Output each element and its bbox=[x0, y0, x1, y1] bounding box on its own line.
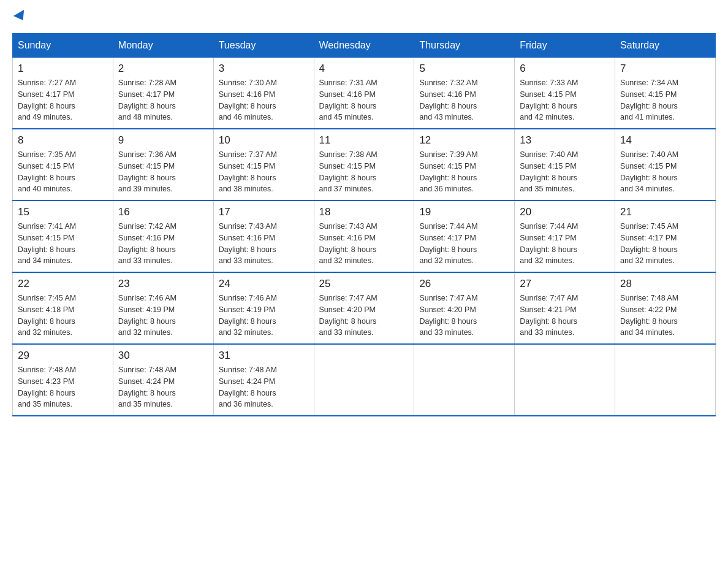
day-number: 15 bbox=[18, 206, 108, 218]
day-number: 11 bbox=[319, 134, 409, 147]
calendar-day-cell: 28Sunrise: 7:48 AM Sunset: 4:22 PM Dayli… bbox=[615, 272, 716, 344]
day-info: Sunrise: 7:43 AM Sunset: 4:16 PM Dayligh… bbox=[219, 221, 309, 267]
calendar-day-cell: 9Sunrise: 7:36 AM Sunset: 4:15 PM Daylig… bbox=[113, 129, 213, 201]
page-header bbox=[12, 12, 716, 21]
day-number: 9 bbox=[118, 134, 208, 147]
calendar-day-cell: 23Sunrise: 7:46 AM Sunset: 4:19 PM Dayli… bbox=[113, 272, 213, 344]
day-info: Sunrise: 7:44 AM Sunset: 4:17 PM Dayligh… bbox=[419, 221, 509, 267]
day-info: Sunrise: 7:34 AM Sunset: 4:15 PM Dayligh… bbox=[620, 77, 710, 123]
day-number: 3 bbox=[219, 63, 309, 75]
calendar-day-cell: 10Sunrise: 7:37 AM Sunset: 4:15 PM Dayli… bbox=[213, 129, 314, 201]
calendar-day-cell: 22Sunrise: 7:45 AM Sunset: 4:18 PM Dayli… bbox=[13, 272, 113, 344]
day-info: Sunrise: 7:48 AM Sunset: 4:24 PM Dayligh… bbox=[219, 364, 309, 410]
day-of-week-header: Monday bbox=[113, 34, 213, 58]
day-number: 28 bbox=[620, 278, 710, 290]
logo bbox=[12, 12, 27, 21]
day-of-week-header: Sunday bbox=[13, 34, 113, 58]
day-info: Sunrise: 7:37 AM Sunset: 4:15 PM Dayligh… bbox=[219, 149, 309, 195]
day-number: 26 bbox=[419, 278, 509, 290]
day-info: Sunrise: 7:47 AM Sunset: 4:20 PM Dayligh… bbox=[319, 293, 409, 339]
calendar-week-row: 29Sunrise: 7:48 AM Sunset: 4:23 PM Dayli… bbox=[13, 344, 716, 416]
calendar-day-cell: 20Sunrise: 7:44 AM Sunset: 4:17 PM Dayli… bbox=[515, 201, 615, 272]
day-info: Sunrise: 7:40 AM Sunset: 4:15 PM Dayligh… bbox=[620, 149, 710, 195]
day-info: Sunrise: 7:36 AM Sunset: 4:15 PM Dayligh… bbox=[118, 149, 208, 195]
calendar-day-cell: 4Sunrise: 7:31 AM Sunset: 4:16 PM Daylig… bbox=[314, 58, 414, 129]
calendar-day-cell: 25Sunrise: 7:47 AM Sunset: 4:20 PM Dayli… bbox=[314, 272, 414, 344]
calendar-day-cell: 26Sunrise: 7:47 AM Sunset: 4:20 PM Dayli… bbox=[414, 272, 515, 344]
day-number: 17 bbox=[219, 206, 309, 218]
calendar-day-cell: 5Sunrise: 7:32 AM Sunset: 4:16 PM Daylig… bbox=[414, 58, 515, 129]
day-number: 21 bbox=[620, 206, 710, 218]
day-info: Sunrise: 7:46 AM Sunset: 4:19 PM Dayligh… bbox=[219, 293, 309, 339]
calendar-day-cell bbox=[615, 344, 716, 416]
calendar-day-cell: 8Sunrise: 7:35 AM Sunset: 4:15 PM Daylig… bbox=[13, 129, 113, 201]
day-info: Sunrise: 7:38 AM Sunset: 4:15 PM Dayligh… bbox=[319, 149, 409, 195]
day-number: 29 bbox=[18, 350, 108, 362]
calendar-day-cell: 30Sunrise: 7:48 AM Sunset: 4:24 PM Dayli… bbox=[113, 344, 213, 416]
day-number: 12 bbox=[419, 134, 509, 147]
day-number: 25 bbox=[319, 278, 409, 290]
day-number: 19 bbox=[419, 206, 509, 218]
calendar-day-cell: 21Sunrise: 7:45 AM Sunset: 4:17 PM Dayli… bbox=[615, 201, 716, 272]
day-info: Sunrise: 7:30 AM Sunset: 4:16 PM Dayligh… bbox=[219, 77, 309, 123]
day-info: Sunrise: 7:33 AM Sunset: 4:15 PM Dayligh… bbox=[520, 77, 610, 123]
day-number: 5 bbox=[419, 63, 509, 75]
day-info: Sunrise: 7:45 AM Sunset: 4:18 PM Dayligh… bbox=[18, 293, 108, 339]
calendar-header: SundayMondayTuesdayWednesdayThursdayFrid… bbox=[13, 34, 716, 58]
day-info: Sunrise: 7:47 AM Sunset: 4:20 PM Dayligh… bbox=[419, 293, 509, 339]
day-of-week-header: Tuesday bbox=[213, 34, 314, 58]
calendar-day-cell: 11Sunrise: 7:38 AM Sunset: 4:15 PM Dayli… bbox=[314, 129, 414, 201]
day-number: 1 bbox=[18, 63, 108, 75]
calendar-day-cell: 3Sunrise: 7:30 AM Sunset: 4:16 PM Daylig… bbox=[213, 58, 314, 129]
day-info: Sunrise: 7:48 AM Sunset: 4:24 PM Dayligh… bbox=[118, 364, 208, 410]
day-info: Sunrise: 7:46 AM Sunset: 4:19 PM Dayligh… bbox=[118, 293, 208, 339]
calendar-day-cell bbox=[515, 344, 615, 416]
day-info: Sunrise: 7:48 AM Sunset: 4:23 PM Dayligh… bbox=[18, 364, 108, 410]
calendar-week-row: 1Sunrise: 7:27 AM Sunset: 4:17 PM Daylig… bbox=[13, 58, 716, 129]
day-number: 7 bbox=[620, 63, 710, 75]
day-of-week-header: Wednesday bbox=[314, 34, 414, 58]
calendar-body: 1Sunrise: 7:27 AM Sunset: 4:17 PM Daylig… bbox=[13, 58, 716, 416]
calendar-table: SundayMondayTuesdayWednesdayThursdayFrid… bbox=[12, 33, 716, 416]
day-info: Sunrise: 7:27 AM Sunset: 4:17 PM Dayligh… bbox=[18, 77, 108, 123]
day-info: Sunrise: 7:48 AM Sunset: 4:22 PM Dayligh… bbox=[620, 293, 710, 339]
day-number: 18 bbox=[319, 206, 409, 218]
calendar-day-cell: 7Sunrise: 7:34 AM Sunset: 4:15 PM Daylig… bbox=[615, 58, 716, 129]
day-number: 22 bbox=[18, 278, 108, 290]
calendar-day-cell: 6Sunrise: 7:33 AM Sunset: 4:15 PM Daylig… bbox=[515, 58, 615, 129]
day-number: 27 bbox=[520, 278, 610, 290]
day-of-week-header: Saturday bbox=[615, 34, 716, 58]
calendar-day-cell: 19Sunrise: 7:44 AM Sunset: 4:17 PM Dayli… bbox=[414, 201, 515, 272]
day-number: 31 bbox=[219, 350, 309, 362]
day-number: 14 bbox=[620, 134, 710, 147]
day-info: Sunrise: 7:28 AM Sunset: 4:17 PM Dayligh… bbox=[118, 77, 208, 123]
day-info: Sunrise: 7:42 AM Sunset: 4:16 PM Dayligh… bbox=[118, 221, 208, 267]
calendar-day-cell: 17Sunrise: 7:43 AM Sunset: 4:16 PM Dayli… bbox=[213, 201, 314, 272]
day-info: Sunrise: 7:41 AM Sunset: 4:15 PM Dayligh… bbox=[18, 221, 108, 267]
day-of-week-header: Thursday bbox=[414, 34, 515, 58]
calendar-day-cell: 18Sunrise: 7:43 AM Sunset: 4:16 PM Dayli… bbox=[314, 201, 414, 272]
calendar-day-cell: 31Sunrise: 7:48 AM Sunset: 4:24 PM Dayli… bbox=[213, 344, 314, 416]
calendar-day-cell: 15Sunrise: 7:41 AM Sunset: 4:15 PM Dayli… bbox=[13, 201, 113, 272]
day-info: Sunrise: 7:45 AM Sunset: 4:17 PM Dayligh… bbox=[620, 221, 710, 267]
calendar-day-cell bbox=[314, 344, 414, 416]
day-info: Sunrise: 7:43 AM Sunset: 4:16 PM Dayligh… bbox=[319, 221, 409, 267]
day-number: 4 bbox=[319, 63, 409, 75]
day-info: Sunrise: 7:32 AM Sunset: 4:16 PM Dayligh… bbox=[419, 77, 509, 123]
calendar-day-cell: 2Sunrise: 7:28 AM Sunset: 4:17 PM Daylig… bbox=[113, 58, 213, 129]
day-number: 6 bbox=[520, 63, 610, 75]
day-info: Sunrise: 7:47 AM Sunset: 4:21 PM Dayligh… bbox=[520, 293, 610, 339]
day-number: 10 bbox=[219, 134, 309, 147]
day-info: Sunrise: 7:31 AM Sunset: 4:16 PM Dayligh… bbox=[319, 77, 409, 123]
day-number: 24 bbox=[219, 278, 309, 290]
day-of-week-header: Friday bbox=[515, 34, 615, 58]
day-number: 30 bbox=[118, 350, 208, 362]
calendar-week-row: 8Sunrise: 7:35 AM Sunset: 4:15 PM Daylig… bbox=[13, 129, 716, 201]
calendar-day-cell: 13Sunrise: 7:40 AM Sunset: 4:15 PM Dayli… bbox=[515, 129, 615, 201]
calendar-day-cell: 14Sunrise: 7:40 AM Sunset: 4:15 PM Dayli… bbox=[615, 129, 716, 201]
day-info: Sunrise: 7:40 AM Sunset: 4:15 PM Dayligh… bbox=[520, 149, 610, 195]
day-number: 2 bbox=[118, 63, 208, 75]
day-info: Sunrise: 7:39 AM Sunset: 4:15 PM Dayligh… bbox=[419, 149, 509, 195]
calendar-day-cell bbox=[414, 344, 515, 416]
calendar-week-row: 15Sunrise: 7:41 AM Sunset: 4:15 PM Dayli… bbox=[13, 201, 716, 272]
